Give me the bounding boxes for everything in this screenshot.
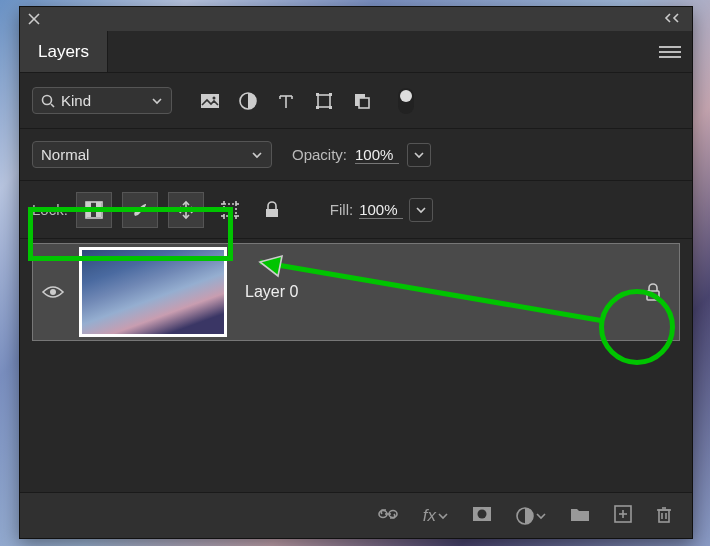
trash-icon [656, 505, 672, 523]
footer: fx [20, 492, 692, 538]
lock-position-button[interactable] [168, 192, 204, 228]
chevron-down-icon [416, 205, 426, 215]
blend-row: Normal Opacity: 100% [20, 129, 692, 181]
svg-point-8 [213, 96, 216, 99]
svg-rect-24 [91, 207, 96, 212]
link-icon [377, 507, 399, 521]
layer-style-button[interactable]: fx [423, 506, 448, 526]
collapse-panel-icon[interactable] [664, 12, 684, 27]
lock-icon [263, 201, 281, 219]
layer-row[interactable]: Layer 0 [32, 243, 680, 341]
svg-rect-40 [647, 291, 659, 300]
search-icon [41, 94, 55, 108]
layer-name: Layer 0 [245, 283, 298, 301]
filter-kind-value: Kind [61, 92, 91, 109]
svg-point-44 [478, 510, 487, 519]
svg-point-39 [50, 289, 56, 295]
fill-label: Fill: [330, 201, 353, 218]
plus-square-icon [614, 505, 632, 523]
chevron-down-icon [536, 511, 546, 521]
move-icon [175, 199, 197, 221]
tab-bar: Layers [20, 31, 692, 73]
shape-icon [315, 92, 333, 110]
svg-point-5 [43, 95, 52, 104]
new-layer-button[interactable] [614, 505, 632, 526]
svg-rect-25 [86, 212, 91, 217]
lock-pixels-button[interactable] [122, 192, 158, 228]
svg-rect-23 [96, 202, 101, 207]
tab-layers[interactable]: Layers [20, 31, 108, 72]
panel-menu-button[interactable] [648, 31, 692, 72]
opacity-dropdown-button[interactable] [407, 143, 431, 167]
visibility-icon[interactable] [42, 284, 64, 300]
link-layers-button[interactable] [377, 507, 399, 524]
delete-layer-button[interactable] [656, 505, 672, 526]
blend-mode-value: Normal [41, 146, 89, 163]
close-icon[interactable] [28, 11, 40, 28]
chevron-down-icon [438, 511, 448, 521]
group-button[interactable] [570, 506, 590, 525]
filter-shape-layers-button[interactable] [308, 85, 340, 117]
lock-all-button[interactable] [254, 194, 290, 226]
lock-label: Lock: [32, 201, 68, 218]
lock-artboard-button[interactable] [212, 194, 248, 226]
svg-line-6 [51, 104, 54, 107]
opacity-value[interactable]: 100% [355, 146, 399, 164]
svg-rect-38 [266, 209, 278, 217]
svg-rect-15 [316, 93, 319, 96]
blend-mode-select[interactable]: Normal [32, 141, 272, 168]
opacity-label: Opacity: [292, 146, 347, 163]
folder-icon [570, 506, 590, 522]
transparency-icon [84, 200, 104, 220]
filter-adjustment-layers-button[interactable] [232, 85, 264, 117]
fx-label: fx [423, 506, 436, 526]
fill-dropdown-button[interactable] [409, 198, 433, 222]
layers-panel: Layers Kind [19, 6, 693, 539]
filter-smart-objects-button[interactable] [346, 85, 378, 117]
filter-kind-select[interactable]: Kind [32, 87, 172, 114]
image-icon [200, 93, 220, 109]
svg-rect-20 [359, 98, 369, 108]
title-bar [20, 7, 692, 31]
chevron-down-icon [414, 150, 424, 160]
svg-rect-29 [224, 204, 236, 216]
svg-rect-26 [96, 212, 101, 217]
adjustment-layer-button[interactable] [516, 507, 546, 525]
filter-toggle[interactable] [398, 88, 414, 114]
lock-transparent-button[interactable] [76, 192, 112, 228]
adjustment-icon [239, 92, 257, 110]
fill-value[interactable]: 100% [359, 201, 403, 219]
layer-thumbnail[interactable] [79, 247, 227, 337]
brush-icon [129, 199, 151, 221]
tab-label: Layers [38, 42, 89, 62]
svg-rect-16 [329, 93, 332, 96]
svg-rect-22 [86, 202, 91, 207]
layer-mask-button[interactable] [472, 506, 492, 525]
filter-pixel-layers-button[interactable] [194, 85, 226, 117]
svg-rect-14 [318, 95, 330, 107]
text-icon [278, 93, 294, 109]
adjustment-icon [516, 507, 534, 525]
filter-type-layers-button[interactable] [270, 85, 302, 117]
svg-rect-17 [316, 106, 319, 109]
chevron-down-icon [251, 149, 263, 161]
svg-rect-49 [659, 510, 669, 522]
chevron-down-icon [151, 95, 163, 107]
svg-rect-7 [201, 94, 219, 108]
filter-row: Kind [20, 73, 692, 129]
layers-list: Layer 0 [20, 243, 692, 341]
smart-object-icon [353, 92, 371, 110]
lock-row: Lock: [20, 181, 692, 239]
lock-icon [643, 282, 663, 302]
svg-rect-18 [329, 106, 332, 109]
mask-icon [472, 506, 492, 522]
artboard-icon [219, 199, 241, 221]
